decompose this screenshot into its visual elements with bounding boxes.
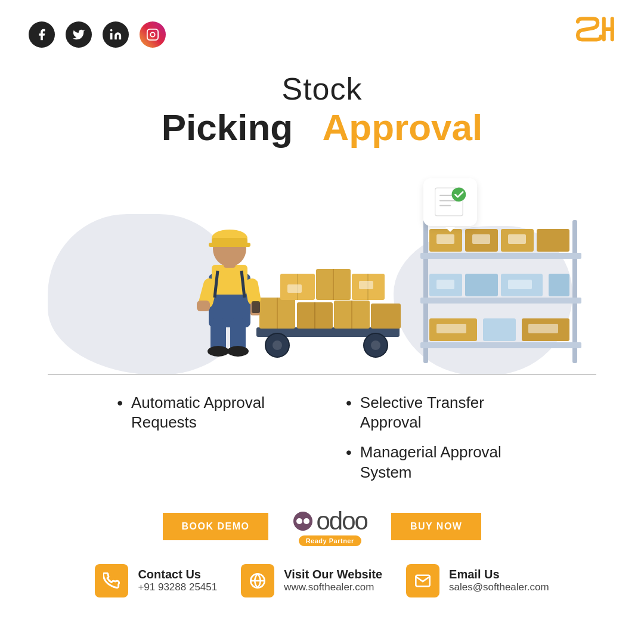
title-section: Stock Picking Approval bbox=[0, 64, 644, 160]
svg-point-3 bbox=[156, 32, 156, 32]
contact-email-value: sales@softhealer.com bbox=[449, 581, 549, 593]
phone-icon bbox=[103, 572, 120, 589]
svg-rect-33 bbox=[359, 281, 373, 289]
svg-point-11 bbox=[452, 187, 466, 202]
svg-point-0 bbox=[110, 29, 113, 32]
sh-logo-svg bbox=[574, 17, 615, 52]
contact-phone-item: Contact Us +91 93288 25451 bbox=[95, 564, 217, 597]
email-icon-box bbox=[406, 564, 439, 597]
title-stock: Stock bbox=[0, 70, 644, 107]
svg-point-16 bbox=[371, 340, 380, 350]
contact-phone-text: Contact Us +91 93288 25451 bbox=[138, 568, 217, 593]
header bbox=[0, 0, 644, 64]
svg-rect-74 bbox=[528, 324, 558, 333]
checklist-icon bbox=[432, 185, 468, 218]
svg-point-37 bbox=[208, 346, 229, 357]
feature-auto-approval-text: Automatic Approval Requests bbox=[131, 393, 298, 434]
contact-website-item: Visit Our Website www.softhealer.com bbox=[241, 564, 382, 597]
cta-section: BOOK DEMO odoo Ready Partner BUY NOW bbox=[0, 495, 644, 556]
social-icons-group bbox=[29, 21, 166, 48]
feature-auto-approval: • Automatic Approval Requests bbox=[117, 393, 298, 434]
svg-point-76 bbox=[296, 518, 302, 524]
svg-point-14 bbox=[273, 340, 282, 350]
contact-email-label: Email Us bbox=[449, 568, 549, 581]
svg-rect-1 bbox=[147, 29, 158, 40]
contact-website-label: Visit Our Website bbox=[284, 568, 382, 581]
company-logo bbox=[574, 17, 615, 52]
contact-website-value: www.softhealer.com bbox=[284, 581, 382, 593]
odoo-badge: odoo Ready Partner bbox=[292, 507, 367, 546]
book-demo-button[interactable]: BOOK DEMO bbox=[163, 513, 269, 540]
contact-phone-value: +91 93288 25451 bbox=[138, 581, 217, 593]
svg-point-77 bbox=[304, 518, 309, 524]
svg-rect-46 bbox=[197, 301, 210, 311]
features-right: • Selective Transfer Approval • Manageri… bbox=[346, 393, 527, 483]
svg-rect-32 bbox=[287, 284, 302, 293]
globe-icon bbox=[249, 572, 266, 589]
title-picking: Picking bbox=[162, 107, 293, 148]
title-approval: Approval bbox=[323, 107, 483, 148]
svg-rect-49 bbox=[252, 301, 260, 313]
features-section: • Automatic Approval Requests • Selectiv… bbox=[0, 375, 644, 495]
svg-rect-53 bbox=[572, 220, 577, 363]
title-picking-approval: Picking Approval bbox=[0, 107, 644, 148]
feature-managerial-approval: • Managerial Approval System bbox=[346, 442, 527, 483]
svg-point-75 bbox=[293, 512, 312, 531]
svg-rect-44 bbox=[209, 243, 250, 247]
feature-selective-transfer: • Selective Transfer Approval bbox=[346, 393, 527, 434]
bullet-icon-2: • bbox=[346, 393, 352, 413]
linkedin-icon[interactable] bbox=[103, 21, 129, 48]
check-bubble bbox=[423, 178, 477, 226]
features-left: • Automatic Approval Requests bbox=[117, 393, 298, 483]
email-icon bbox=[414, 572, 431, 589]
instagram-icon[interactable] bbox=[140, 21, 166, 48]
feature-selective-transfer-text: Selective Transfer Approval bbox=[360, 393, 527, 434]
contact-section: Contact Us +91 93288 25451 Visit Our Web… bbox=[0, 556, 644, 609]
odoo-text: odoo bbox=[316, 507, 367, 535]
facebook-icon[interactable] bbox=[29, 21, 55, 48]
twitter-icon[interactable] bbox=[66, 21, 92, 48]
svg-point-2 bbox=[150, 32, 154, 36]
contact-phone-label: Contact Us bbox=[138, 568, 217, 581]
feature-managerial-text: Managerial Approval System bbox=[360, 442, 527, 483]
bullet-icon: • bbox=[117, 393, 123, 413]
contact-email-item: Email Us sales@softhealer.com bbox=[406, 564, 549, 597]
odoo-icon bbox=[292, 510, 314, 532]
contact-website-text: Visit Our Website www.softhealer.com bbox=[284, 568, 382, 593]
svg-rect-64 bbox=[549, 274, 569, 296]
svg-point-38 bbox=[227, 346, 249, 357]
phone-icon-box bbox=[95, 564, 128, 597]
svg-rect-70 bbox=[508, 234, 526, 244]
odoo-ready-badge: Ready Partner bbox=[299, 535, 361, 546]
contact-email-text: Email Us sales@softhealer.com bbox=[449, 568, 549, 593]
svg-rect-72 bbox=[508, 280, 532, 289]
buy-now-button[interactable]: BUY NOW bbox=[391, 513, 482, 540]
website-icon-box bbox=[241, 564, 274, 597]
bullet-icon-3: • bbox=[346, 442, 352, 463]
illustration-area bbox=[0, 160, 644, 375]
svg-rect-60 bbox=[537, 229, 569, 252]
svg-rect-22 bbox=[371, 304, 401, 329]
